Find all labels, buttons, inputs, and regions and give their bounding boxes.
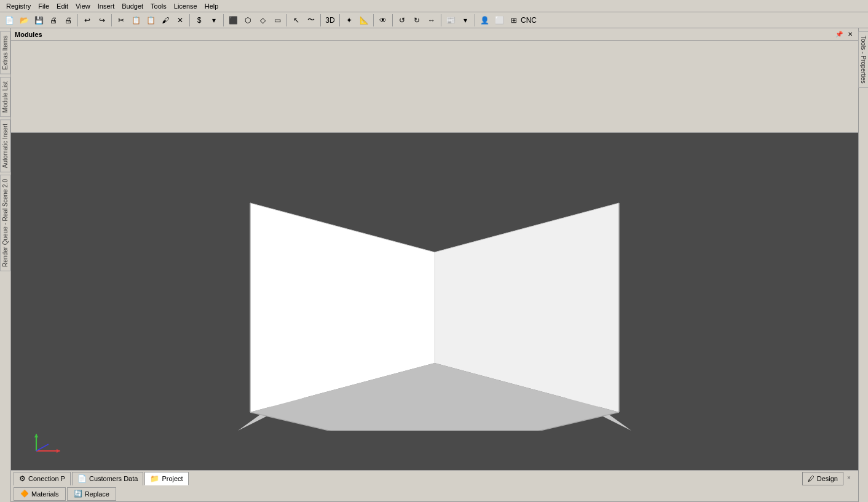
page-setup-button[interactable]: 📰 (444, 14, 457, 27)
sidebar-automatic-insert[interactable]: Automatic Insert (0, 119, 10, 172)
dropdown1[interactable]: ▾ (207, 14, 221, 27)
paste-button[interactable]: 📋 (144, 14, 157, 27)
rotate-left-button[interactable]: ↺ (395, 14, 409, 27)
save-button[interactable]: 💾 (32, 14, 45, 27)
design-button[interactable]: 🖊 Design (802, 472, 843, 485)
sep10 (441, 14, 441, 26)
menu-license[interactable]: License (170, 1, 201, 11)
magic-button[interactable]: ✦ (342, 14, 356, 27)
layers-button[interactable]: ⬜ (492, 14, 506, 27)
sep11 (475, 14, 475, 26)
replace-tab[interactable]: 🔄 Replace (67, 487, 116, 501)
sep9 (392, 14, 393, 26)
select-button[interactable]: ↖ (290, 14, 303, 27)
menu-view[interactable]: View (72, 1, 94, 11)
coordinate-axes (30, 431, 63, 458)
sep7 (339, 14, 340, 26)
undo-button[interactable]: ↩ (81, 14, 94, 27)
design-icon: 🖊 (808, 475, 815, 482)
dimension-button[interactable]: 📐 (357, 14, 371, 27)
shape-poly-button[interactable]: ⬡ (241, 14, 254, 27)
modules-panel (11, 41, 858, 133)
tab-customers-icon: 📄 (77, 474, 87, 483)
shape-drop-button[interactable]: ⬛ (226, 14, 240, 27)
modules-close-button[interactable]: ✕ (846, 30, 854, 39)
tab-customers-label: Customers Data (89, 475, 138, 482)
main-layout: Extras Items Module List Automatic Inser… (0, 28, 868, 502)
svg-marker-12 (57, 449, 60, 453)
dropdown2[interactable]: ▾ (459, 14, 472, 27)
materials-icon: 🔶 (20, 490, 29, 498)
menu-file[interactable]: File (34, 1, 53, 11)
tab-connection-label: Conection P (28, 475, 65, 482)
left-sidebar: Extras Items Module List Automatic Inser… (0, 28, 11, 502)
grid-button[interactable]: ⊞ (507, 14, 521, 27)
print-button[interactable]: 🖨 (61, 14, 75, 27)
tab-project-icon: 📁 (150, 474, 159, 483)
flip-button[interactable]: ↔ (425, 14, 438, 27)
menu-edit[interactable]: Edit (53, 1, 72, 11)
sidebar-tools-properties[interactable]: Tools - Properties (858, 31, 868, 88)
modules-title: Modules (15, 31, 42, 38)
sep4 (223, 14, 224, 26)
tab-connection-icon: ⚙ (19, 474, 26, 483)
sep3 (189, 14, 190, 26)
room-scene (219, 172, 650, 431)
tab-connection-p[interactable]: ⚙ Conection P (14, 472, 71, 485)
print-preview-button[interactable]: 🖨 (47, 14, 60, 27)
replace-icon: 🔄 (74, 490, 82, 498)
materials-tab[interactable]: 🔶 Materials (14, 487, 66, 501)
dollar-button[interactable]: $ (192, 14, 206, 27)
sidebar-extras-items[interactable]: Extras Items (0, 31, 10, 74)
tab-project[interactable]: 📁 Project (144, 472, 188, 485)
design-label: Design (817, 475, 838, 482)
modules-panel-header: Modules 📌 ✕ (11, 28, 858, 41)
svg-line-15 (36, 444, 49, 451)
svg-marker-14 (34, 434, 39, 438)
sidebar-render-queue[interactable]: Render Queue - Real Scene 2.0 (0, 175, 10, 271)
tab-customers-data[interactable]: 📄 Customers Data (72, 472, 143, 485)
cut-button[interactable]: ✂ (114, 14, 128, 27)
bottom-toolbar: 🔶 Materials 🔄 Replace (11, 486, 858, 502)
sidebar-module-list[interactable]: Module List (0, 77, 10, 117)
sep6 (320, 14, 321, 26)
open-button[interactable]: 📂 (17, 14, 31, 27)
right-sidebar: Tools - Properties (858, 28, 868, 502)
eye-button[interactable]: 👁 (376, 14, 390, 27)
3d-viewport[interactable] (11, 133, 858, 470)
menu-tools[interactable]: Tools (147, 1, 170, 11)
sep5 (286, 14, 287, 26)
menu-insert[interactable]: Insert (94, 1, 119, 11)
menubar: Registry File Edit View Insert Budget To… (0, 0, 868, 12)
new-button[interactable]: 📄 (2, 14, 16, 27)
3d-toggle-button[interactable]: 3D (323, 14, 337, 27)
curve-button[interactable]: 〜 (304, 14, 318, 27)
materials-label: Materials (31, 490, 59, 498)
bottom-tabs-bar: ⚙ Conection P 📄 Customers Data 📁 Project… (11, 470, 858, 486)
modules-header-controls: 📌 ✕ (835, 30, 854, 39)
main-toolbar: 📄 📂 💾 🖨 🖨 ↩ ↪ ✂ 📋 📋 🖌 ✕ $ ▾ ⬛ ⬡ ◇ ▭ ↖ 〜 … (0, 12, 868, 28)
cnc-button[interactable]: CNC (522, 14, 535, 27)
redo-button[interactable]: ↪ (95, 14, 109, 27)
sep8 (373, 14, 374, 26)
scene-container (11, 133, 858, 470)
tab-project-label: Project (162, 475, 183, 482)
content-area: Modules 📌 ✕ (11, 28, 858, 502)
rotate-right-button[interactable]: ↻ (410, 14, 424, 27)
shape-extra-button[interactable]: ◇ (256, 14, 269, 27)
copy-button[interactable]: 📋 (129, 14, 143, 27)
shape-rect-button[interactable]: ▭ (270, 14, 284, 27)
menu-help[interactable]: Help (201, 1, 223, 11)
replace-label: Replace (85, 490, 109, 498)
sep2 (111, 14, 112, 26)
sep1 (77, 14, 78, 26)
format-painter-button[interactable]: 🖌 (159, 14, 172, 27)
modules-pin-button[interactable]: 📌 (835, 30, 843, 39)
person-button[interactable]: 👤 (478, 14, 491, 27)
bottom-close-button[interactable]: × (847, 474, 856, 483)
delete-button[interactable]: ✕ (173, 14, 187, 27)
menu-budget[interactable]: Budget (118, 1, 147, 11)
menu-registry[interactable]: Registry (2, 1, 34, 11)
